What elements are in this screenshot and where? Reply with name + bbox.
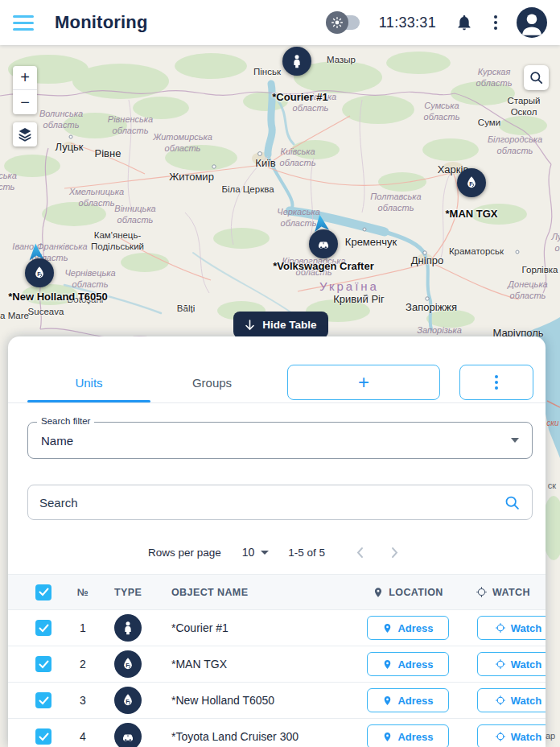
- map-pin-icon: [382, 695, 393, 706]
- tab-groups[interactable]: Groups: [150, 362, 274, 402]
- map-marker-fuel[interactable]: F: [25, 258, 54, 287]
- row-checkbox[interactable]: [35, 728, 51, 745]
- map-marker-car[interactable]: [309, 229, 338, 258]
- watch-button[interactable]: Watch: [477, 616, 546, 640]
- map-marker-label: *Courier #1: [272, 91, 327, 103]
- hide-table-label: Hide Table: [262, 319, 316, 331]
- pedestrian-icon: [289, 53, 305, 69]
- row-number: 3: [64, 694, 101, 707]
- object-name: *Courier #1: [154, 621, 356, 634]
- watch-button[interactable]: Watch: [477, 724, 546, 747]
- col-object-name: OBJECT NAME: [154, 587, 356, 598]
- search-box: [27, 485, 533, 520]
- zoom-in-button[interactable]: +: [13, 66, 37, 90]
- table-row: 2 F *MAN TGX Adress Watch: [8, 646, 546, 683]
- tab-units[interactable]: Units: [27, 362, 150, 402]
- fuel-drop-icon: F: [120, 692, 136, 708]
- pedestrian-icon: [120, 620, 136, 636]
- panel-tabs: Units Groups +: [27, 362, 533, 402]
- search-input[interactable]: [39, 496, 504, 510]
- theme-toggle[interactable]: [329, 15, 360, 30]
- next-page-button[interactable]: [385, 542, 406, 563]
- pagination: Rows per page 10 1-5 of 5: [8, 539, 546, 565]
- sun-icon: [326, 11, 348, 34]
- row-number: 2: [64, 658, 101, 671]
- clock: 11:33:31: [379, 14, 436, 31]
- table-row: 1 *Courier #1 Adress Watch: [8, 610, 546, 646]
- car-icon: [120, 728, 136, 745]
- object-name: *MAN TGX: [154, 658, 356, 671]
- address-button[interactable]: Adress: [367, 688, 449, 712]
- unit-type-icon: [114, 723, 142, 747]
- prev-page-button[interactable]: [349, 542, 370, 563]
- fuel-drop-icon: F: [463, 175, 480, 191]
- object-name: *Toyota Land Cruiser 300: [154, 730, 356, 743]
- fuel-drop-icon: F: [31, 265, 47, 281]
- add-unit-button[interactable]: +: [287, 365, 440, 400]
- watch-button[interactable]: Watch: [477, 688, 546, 712]
- map-pin-icon: [382, 659, 393, 670]
- map-marker-label: *Volkswagen Crafter: [273, 260, 373, 272]
- row-number: 1: [64, 621, 101, 634]
- header-more-icon[interactable]: [491, 12, 500, 33]
- account-avatar[interactable]: [517, 7, 547, 38]
- fuel-drop-icon: F: [120, 656, 136, 672]
- address-button[interactable]: Adress: [367, 652, 449, 676]
- search-filter-value: Name: [41, 434, 73, 448]
- rows-per-page-label: Rows per page: [148, 547, 221, 559]
- search-filter-select[interactable]: Search filter Name: [27, 422, 533, 459]
- address-button[interactable]: Adress: [367, 616, 449, 640]
- crosshair-icon: [495, 731, 506, 742]
- map-marker-label: *New Holland T6050: [8, 291, 108, 303]
- crosshair-icon: [495, 695, 506, 706]
- map-search-button[interactable]: [524, 65, 549, 90]
- crosshair-icon: [495, 658, 506, 670]
- caret-down-icon: [261, 551, 269, 555]
- bell-icon[interactable]: [455, 14, 473, 31]
- col-type: TYPE: [101, 587, 154, 598]
- row-checkbox[interactable]: [35, 620, 51, 636]
- map-pin-icon: [373, 587, 384, 598]
- app-header: Monitoring 11:33:31: [0, 0, 560, 45]
- panel-more-button[interactable]: [459, 365, 533, 400]
- unit-type-icon: [114, 614, 142, 642]
- crosshair-icon: [476, 586, 488, 598]
- map-pin-icon: [382, 623, 393, 634]
- col-watch: WATCH: [460, 586, 546, 598]
- address-button[interactable]: Adress: [367, 724, 449, 747]
- search-icon: [529, 70, 544, 85]
- row-checkbox[interactable]: [35, 656, 51, 672]
- chevron-left-icon: [356, 547, 364, 559]
- table-row: 3 F *New Holland T6050 Adress Watch: [8, 683, 546, 719]
- crosshair-icon: [495, 622, 506, 634]
- map-marker-label: *MAN TGX: [446, 208, 498, 220]
- menu-icon[interactable]: [13, 15, 34, 31]
- rows-per-page-select[interactable]: 10: [242, 546, 270, 559]
- zoom-out-button[interactable]: −: [13, 90, 37, 114]
- chevron-right-icon: [391, 547, 399, 559]
- select-all-checkbox[interactable]: [35, 584, 51, 600]
- page-range: 1-5 of 5: [288, 547, 325, 559]
- caret-down-icon: [511, 438, 519, 443]
- col-location: LOCATION: [356, 587, 460, 598]
- row-checkbox[interactable]: [35, 692, 51, 708]
- table-body: 1 *Courier #1 Adress Watch 2 F *MAN TGX: [8, 610, 546, 747]
- table-header: № TYPE OBJECT NAME LOCATION WATCH: [8, 574, 546, 610]
- unit-type-icon: F: [114, 650, 142, 678]
- layers-icon: [16, 126, 34, 143]
- table-row: 4 *Toyota Land Cruiser 300 Adress Watch: [8, 719, 546, 747]
- units-panel: Units Groups + Search filter Name Rows p…: [8, 336, 546, 747]
- layers-button[interactable]: [13, 122, 37, 147]
- hide-table-button[interactable]: Hide Table: [233, 312, 328, 338]
- arrow-down-icon: [245, 320, 255, 331]
- zoom-controls: + −: [13, 66, 37, 114]
- search-icon[interactable]: [504, 494, 521, 511]
- map-marker-person[interactable]: [282, 47, 311, 76]
- watch-button[interactable]: Watch: [477, 652, 546, 676]
- map-pin-icon: [382, 732, 393, 742]
- map-marker-fuel[interactable]: F: [457, 168, 486, 197]
- col-number: №: [64, 587, 101, 598]
- row-number: 4: [64, 730, 101, 743]
- page-title: Monitoring: [55, 12, 148, 33]
- rows-per-page-value: 10: [242, 546, 255, 559]
